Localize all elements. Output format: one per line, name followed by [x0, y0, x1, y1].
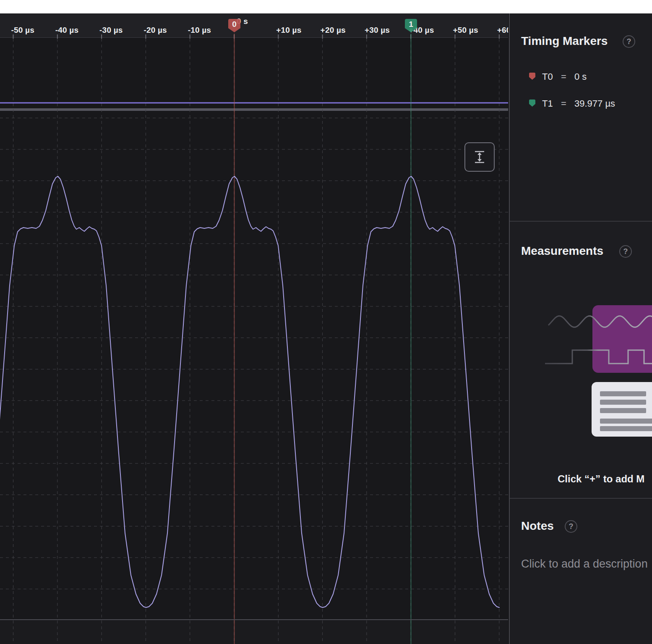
marker-flag-number: 1	[404, 20, 418, 29]
equals-sign: =	[561, 98, 566, 109]
timing-marker-row-t1[interactable]: T1 = 39.977 µs	[510, 98, 652, 109]
notes-title: Notes	[521, 519, 554, 533]
marker-name: T0	[542, 71, 553, 82]
notes-placeholder[interactable]: Click to add a description	[521, 558, 648, 571]
measurements-help-icon[interactable]: ?	[619, 245, 632, 258]
marker-value: 0 s	[574, 71, 587, 82]
measurements-empty-illustration	[510, 291, 652, 450]
measurements-title: Measurements	[521, 244, 603, 258]
marker-flag-number: 0	[227, 20, 242, 29]
section-divider	[510, 221, 652, 222]
side-panel: Timing Markers ? T0 = 0 s T1 = 39.977 µs…	[509, 13, 652, 644]
marker-value: 39.977 µs	[574, 98, 615, 109]
measurements-empty-hint: Click “+” to add M	[558, 473, 644, 485]
t1-flag-icon	[528, 99, 536, 109]
section-divider	[510, 498, 652, 499]
plot-canvas[interactable]	[0, 13, 508, 644]
equals-sign: =	[561, 71, 566, 82]
top-chrome-strip	[0, 0, 652, 13]
analog-waveform-trace	[0, 176, 499, 607]
logic-analyzer-app: -50 µs-40 µs-30 µs-20 µs-10 µs0 s+10 µs+…	[0, 0, 652, 644]
expand-vertical-icon	[474, 150, 485, 164]
timing-marker-row-t0[interactable]: T0 = 0 s	[510, 71, 652, 82]
timing-markers-title: Timing Markers	[521, 34, 608, 48]
waveform-plot-area[interactable]: -50 µs-40 µs-30 µs-20 µs-10 µs0 s+10 µs+…	[0, 13, 508, 644]
t0-flag-icon	[528, 72, 536, 82]
t1-marker-flag[interactable]: 1	[404, 18, 418, 34]
timing-markers-help-icon[interactable]: ?	[623, 35, 635, 48]
marker-name: T1	[542, 98, 553, 109]
channel-bottom-border	[0, 619, 508, 620]
notes-help-icon[interactable]: ?	[565, 520, 577, 533]
expand-channel-button[interactable]	[464, 142, 495, 172]
t0-marker-flag[interactable]: 0	[227, 18, 242, 34]
